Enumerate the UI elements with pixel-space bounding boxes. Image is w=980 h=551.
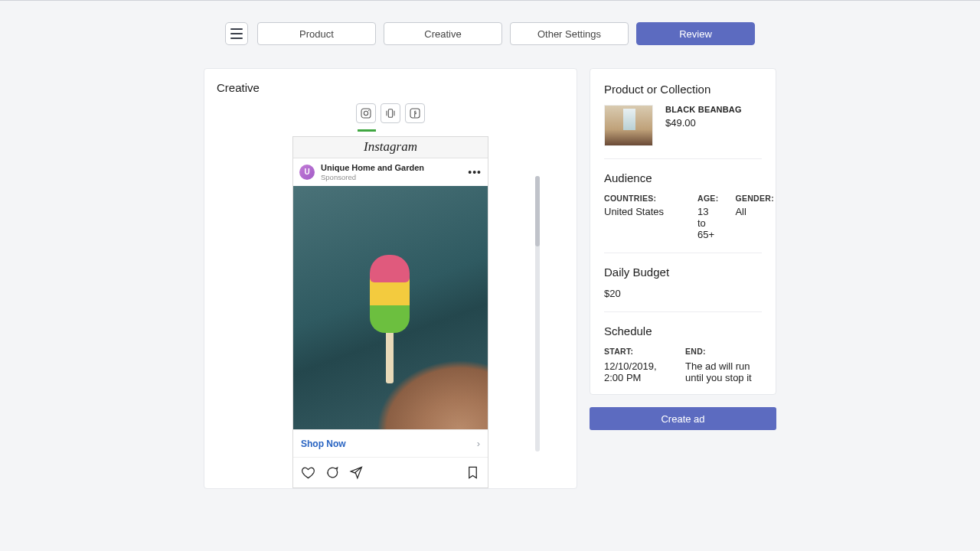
divider xyxy=(604,253,762,253)
svg-rect-0 xyxy=(361,109,371,118)
end-value: The ad will run until you stop it xyxy=(685,360,762,383)
svg-point-2 xyxy=(368,110,369,111)
ad-image-pop-pink xyxy=(370,255,410,282)
facebook-icon xyxy=(409,107,421,119)
age-value: 13 to 65+ xyxy=(697,206,718,240)
start-label: START: xyxy=(604,347,668,356)
preview-scrollbar[interactable] xyxy=(535,176,540,452)
budget-value: $20 xyxy=(604,288,762,299)
summary-card: Product or Collection BLACK BEANBAG $49.… xyxy=(590,68,776,395)
instagram-icon xyxy=(360,107,372,119)
ad-image-pop-green xyxy=(370,302,410,333)
page-avatar: U xyxy=(299,165,315,180)
hamburger-bar xyxy=(230,28,243,30)
instagram-action-bar xyxy=(293,458,488,487)
heart-icon[interactable] xyxy=(301,465,315,480)
product-thumbnail xyxy=(604,105,653,146)
age-label: AGE: xyxy=(697,194,718,203)
platform-tab-indicator xyxy=(358,129,376,132)
creative-card: Creative xyxy=(204,68,577,489)
start-value: 12/10/2019, 2:00 PM xyxy=(604,360,668,383)
instagram-logo-bar: Instagram xyxy=(293,137,488,158)
audience-title: Audience xyxy=(604,171,762,184)
scrollbar-thumb[interactable] xyxy=(535,176,540,246)
create-ad-button[interactable]: Create ad xyxy=(590,407,776,430)
tab-product[interactable]: Product xyxy=(257,22,376,45)
platform-tabs xyxy=(217,103,564,123)
chevron-right-icon: › xyxy=(477,438,480,449)
product-section-title: Product or Collection xyxy=(604,83,762,96)
page-name: Unique Home and Garden xyxy=(321,163,424,173)
ad-image xyxy=(293,186,488,429)
share-icon[interactable] xyxy=(348,465,363,480)
hamburger-bar xyxy=(230,37,243,39)
instagram-post-header: U Unique Home and Garden Sponsored ••• xyxy=(293,158,488,187)
bookmark-icon[interactable] xyxy=(466,465,480,480)
platform-tab-instagram[interactable] xyxy=(356,103,376,123)
cta-label: Shop Now xyxy=(301,439,346,449)
ad-image-stick xyxy=(386,330,394,383)
platform-tab-facebook[interactable] xyxy=(405,103,425,123)
cta-row[interactable]: Shop Now › xyxy=(293,429,488,458)
hamburger-bar xyxy=(230,33,243,34)
instagram-preview: Instagram U Unique Home and Garden Spons… xyxy=(292,136,488,489)
end-label: END: xyxy=(685,347,762,356)
tab-other-settings[interactable]: Other Settings xyxy=(510,22,629,45)
sponsored-label: Sponsored xyxy=(321,173,424,181)
countries-value: United States xyxy=(604,206,681,217)
gender-value: All xyxy=(735,206,774,217)
tab-creative[interactable]: Creative xyxy=(384,22,502,45)
stories-icon xyxy=(384,107,397,119)
divider xyxy=(604,158,762,159)
creative-title: Creative xyxy=(217,81,564,94)
svg-rect-3 xyxy=(388,109,392,118)
schedule-title: Schedule xyxy=(604,324,762,337)
platform-tab-stories[interactable] xyxy=(381,103,400,123)
budget-title: Daily Budget xyxy=(604,266,762,279)
gender-label: GENDER: xyxy=(735,194,774,203)
step-tabs: Product Creative Other Settings Review xyxy=(257,22,755,45)
ad-image-hand xyxy=(350,322,488,429)
divider xyxy=(604,311,762,312)
countries-label: COUNTRIES: xyxy=(604,194,681,203)
svg-point-1 xyxy=(364,111,368,115)
product-name: BLACK BEANBAG xyxy=(665,105,742,114)
post-menu-dots[interactable]: ••• xyxy=(468,166,482,178)
tab-review[interactable]: Review xyxy=(636,22,755,45)
menu-button[interactable] xyxy=(225,22,248,45)
product-price: $49.00 xyxy=(665,117,742,129)
comment-icon[interactable] xyxy=(325,465,339,480)
